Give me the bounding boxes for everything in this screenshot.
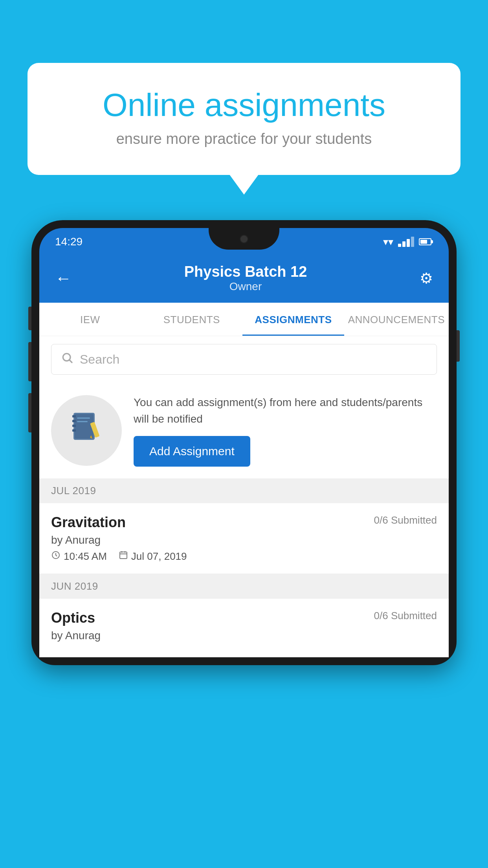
- assignment-gravitation-author: by Anurag: [51, 534, 437, 546]
- assignment-optics-title: Optics: [51, 610, 95, 626]
- speech-bubble-subtitle: ensure more practice for your students: [55, 131, 433, 147]
- search-icon: [61, 351, 73, 367]
- phone-side-button-right: [457, 330, 460, 362]
- signal-bar-2: [402, 241, 405, 247]
- search-bar-container: Search: [39, 336, 449, 383]
- signal-bar-4: [411, 237, 414, 247]
- section-jun-label: JUN 2019: [51, 580, 98, 592]
- promo-text-area: You can add assignment(s) from here and …: [134, 394, 437, 467]
- speech-bubble-title: Online assignments: [55, 86, 433, 123]
- assignment-gravitation-submitted: 0/6 Submitted: [374, 514, 437, 526]
- assignment-gravitation[interactable]: Gravitation 0/6 Submitted by Anurag 10:4…: [39, 503, 449, 574]
- wifi-icon: ▾▾: [383, 236, 393, 248]
- back-button[interactable]: ←: [55, 269, 72, 288]
- battery-fill: [420, 240, 427, 244]
- assignment-gravitation-header: Gravitation 0/6 Submitted: [51, 514, 437, 531]
- notebook-icon: [69, 409, 104, 452]
- phone-side-button-left-1: [28, 307, 31, 330]
- phone: 14:29 ▾▾: [31, 220, 457, 665]
- section-jun-2019: JUN 2019: [39, 574, 449, 599]
- battery-icon: [419, 238, 433, 245]
- signal-bar-1: [398, 244, 401, 247]
- promo-icon-circle: [51, 395, 122, 466]
- status-bar: 14:29 ▾▾: [39, 228, 449, 256]
- tab-announcements[interactable]: ANNOUNCEMENTS: [344, 303, 449, 336]
- assignment-optics-header: Optics 0/6 Submitted: [51, 610, 437, 626]
- assignment-optics-author: by Anurag: [51, 629, 437, 642]
- calendar-icon: [119, 550, 128, 563]
- phone-camera: [240, 235, 248, 243]
- phone-notch: [209, 228, 279, 250]
- promo-description: You can add assignment(s) from here and …: [134, 394, 437, 427]
- status-icons: ▾▾: [383, 236, 433, 248]
- phone-side-button-left-2: [28, 342, 31, 381]
- assignment-optics-submitted: 0/6 Submitted: [374, 610, 437, 622]
- search-bar[interactable]: Search: [51, 344, 437, 375]
- phone-content: Search: [39, 336, 449, 657]
- header-subtitle: Owner: [184, 280, 307, 293]
- settings-button[interactable]: ⚙: [420, 270, 433, 287]
- svg-line-1: [70, 360, 72, 362]
- svg-rect-9: [77, 421, 88, 422]
- clock-icon: [51, 550, 61, 563]
- section-jul-label: JUL 2019: [51, 485, 96, 497]
- add-assignment-button[interactable]: Add Assignment: [134, 436, 250, 467]
- assignment-gravitation-date: Jul 07, 2019: [119, 550, 187, 563]
- phone-side-button-left-3: [28, 393, 31, 432]
- promo-section: You can add assignment(s) from here and …: [39, 383, 449, 478]
- battery-tip: [431, 240, 433, 243]
- tab-iew[interactable]: IEW: [39, 303, 141, 336]
- signal-bars: [398, 237, 414, 247]
- speech-bubble-container: Online assignments ensure more practice …: [28, 63, 460, 175]
- app-header: ← Physics Batch 12 Owner ⚙: [39, 256, 449, 303]
- tab-assignments[interactable]: ASSIGNMENTS: [242, 303, 344, 336]
- assignment-gravitation-time: 10:45 AM: [51, 550, 107, 563]
- svg-rect-13: [120, 552, 127, 559]
- phone-container: 14:29 ▾▾: [31, 220, 457, 868]
- speech-bubble: Online assignments ensure more practice …: [28, 63, 460, 175]
- assignment-gravitation-title: Gravitation: [51, 514, 126, 531]
- header-title: Physics Batch 12: [184, 263, 307, 280]
- signal-bar-3: [407, 239, 410, 247]
- header-title-area: Physics Batch 12 Owner: [184, 263, 307, 293]
- svg-rect-4: [72, 415, 76, 417]
- svg-rect-7: [72, 429, 76, 432]
- svg-rect-8: [77, 417, 90, 419]
- assignment-optics[interactable]: Optics 0/6 Submitted by Anurag: [39, 599, 449, 657]
- tab-students[interactable]: STUDENTS: [141, 303, 243, 336]
- section-jul-2019: JUL 2019: [39, 478, 449, 503]
- status-time: 14:29: [55, 235, 83, 248]
- assignment-gravitation-meta: 10:45 AM Jul 07, 2019: [51, 550, 437, 563]
- svg-rect-6: [72, 425, 76, 427]
- search-input[interactable]: Search: [80, 352, 119, 367]
- svg-rect-5: [72, 420, 76, 422]
- tabs-bar: IEW STUDENTS ASSIGNMENTS ANNOUNCEMENTS: [39, 303, 449, 336]
- battery-body: [419, 238, 431, 245]
